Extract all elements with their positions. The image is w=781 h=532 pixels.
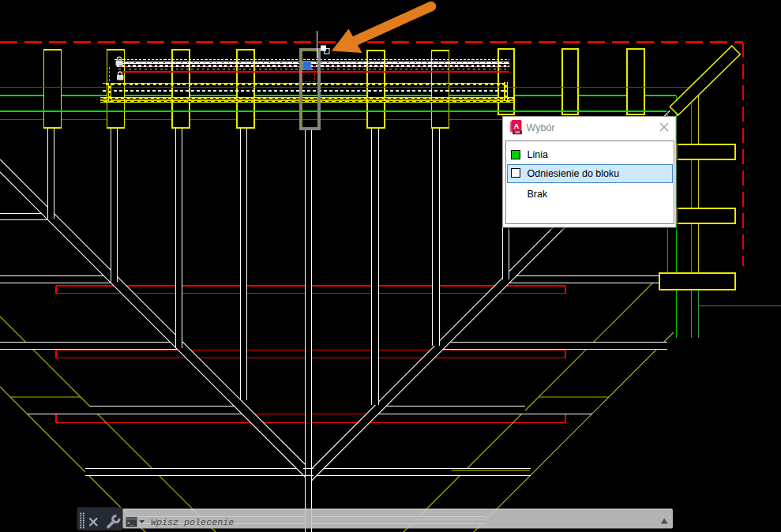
svg-text:Linia: Linia bbox=[528, 149, 548, 160]
svg-text:Odniesienie do bloku: Odniesienie do bloku bbox=[528, 168, 620, 179]
svg-text:Brak: Brak bbox=[528, 189, 548, 200]
svg-text:A: A bbox=[514, 122, 520, 130]
svg-text:>_: >_ bbox=[127, 520, 134, 526]
svg-text:Wpisz polecenie: Wpisz polecenie bbox=[151, 517, 234, 528]
svg-text:Wybór: Wybór bbox=[527, 122, 555, 133]
svg-text:CAD: CAD bbox=[515, 131, 521, 134]
